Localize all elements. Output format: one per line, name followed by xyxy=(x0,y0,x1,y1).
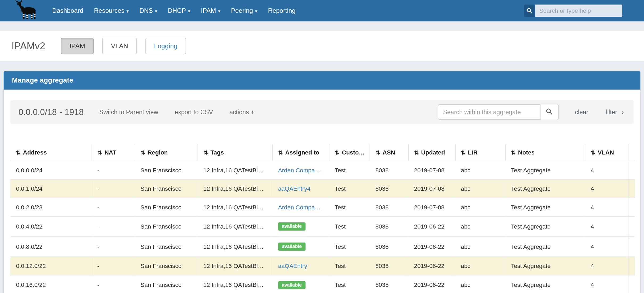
column-header-notes[interactable]: ⇅Notes xyxy=(505,144,585,161)
cell-asn: 8038 xyxy=(370,198,408,216)
cell-updated: 2019-07-08 xyxy=(408,161,455,179)
brand-logo[interactable] xyxy=(12,1,41,21)
availability-badge[interactable]: available xyxy=(278,242,306,251)
cell-nat: - xyxy=(92,237,135,257)
cell-notes: Test Aggregate xyxy=(505,161,585,179)
sort-icon: ⇅ xyxy=(461,150,465,156)
table-row: 0.0.8.0/22 - San Franscisco 12 Infra,16 … xyxy=(10,237,635,257)
table-row: 0.0.2.0/23 - San Franscisco 12 Infra,16 … xyxy=(10,198,635,216)
cell-vlan: 4 xyxy=(585,180,628,198)
cell-vlan: 4 xyxy=(585,217,628,237)
column-header-tags[interactable]: ⇅Tags xyxy=(197,144,272,161)
global-search-input[interactable] xyxy=(535,5,622,17)
assigned-to-value[interactable]: Arden Compa… xyxy=(278,167,321,174)
page-header: IPAMv2 IPAM VLAN Logging xyxy=(0,31,644,61)
nav-dashboard[interactable]: Dashboard xyxy=(52,7,83,14)
tab-ipam[interactable]: IPAM xyxy=(61,38,94,54)
column-header-assigned-to[interactable]: ⇅Assigned to xyxy=(272,144,329,161)
nav-peering[interactable]: Peering▾ xyxy=(231,7,257,14)
cell-asn: 8038 xyxy=(370,237,408,257)
tab-vlan[interactable]: VLAN xyxy=(102,38,137,54)
assigned-to-value[interactable]: aaQAEntry xyxy=(278,263,307,269)
cell-assigned-to: Arden Compa… xyxy=(272,161,329,179)
column-header-nat[interactable]: ⇅NAT xyxy=(92,144,135,161)
column-header-customer[interactable]: ⇅Custo… xyxy=(329,144,370,161)
availability-badge[interactable]: available xyxy=(278,281,306,289)
nav-dns[interactable]: DNS▾ xyxy=(139,7,157,14)
cell-region: San Franscisco xyxy=(135,161,197,179)
cell-region: San Franscisco xyxy=(135,275,197,293)
chevron-right-icon: › xyxy=(621,108,624,116)
nav-resources[interactable]: Resources▾ xyxy=(94,7,129,14)
nav-reporting[interactable]: Reporting xyxy=(268,7,296,14)
column-header-lir[interactable]: ⇅LIR xyxy=(455,144,505,161)
switch-parent-view-link[interactable]: Switch to Parent view xyxy=(99,108,158,115)
aggregate-search-button[interactable] xyxy=(540,104,559,120)
search-icon[interactable] xyxy=(524,5,535,17)
cell-customer: Test xyxy=(329,198,370,216)
cell-overflow xyxy=(628,180,635,198)
cell-customer: Test xyxy=(329,275,370,293)
cell-assigned-to: Arden Compa… xyxy=(272,198,329,216)
filter-button[interactable]: filter› xyxy=(605,108,624,116)
column-header-updated[interactable]: ⇅Updated xyxy=(408,144,455,161)
cell-tags: 12 Infra,16 QATestBl… xyxy=(197,257,272,275)
cell-customer: Test xyxy=(329,237,370,257)
caret-down-icon: ▾ xyxy=(218,9,220,14)
aggregate-search-input[interactable] xyxy=(438,104,540,120)
cell-nat: - xyxy=(92,275,135,293)
cell-notes: Test Aggregate xyxy=(505,217,585,237)
cell-lir: abc xyxy=(455,275,505,293)
cell-tags: 12 Infra,16 QATestBl… xyxy=(197,180,272,198)
cell-asn: 8038 xyxy=(370,180,408,198)
sort-icon: ⇅ xyxy=(591,150,595,156)
column-header-vlan[interactable]: ⇅VLAN xyxy=(585,144,628,161)
cell-nat: - xyxy=(92,161,135,179)
cell-tags: 12 Infra,16 QATestBl… xyxy=(197,275,272,293)
app-viewport: Dashboard Resources▾ DNS▾ DHCP▾ IPAM▾ Pe… xyxy=(0,0,644,293)
cell-assigned-to: available xyxy=(272,275,329,293)
nav-ipam[interactable]: IPAM▾ xyxy=(201,7,220,14)
cell-customer: Test xyxy=(329,217,370,237)
clear-button[interactable]: clear xyxy=(575,108,588,115)
nav-dhcp[interactable]: DHCP▾ xyxy=(168,7,190,14)
sort-icon: ⇅ xyxy=(16,150,20,156)
cell-region: San Franscisco xyxy=(135,198,197,216)
cell-region: San Franscisco xyxy=(135,180,197,198)
column-header-address[interactable]: ⇅Address xyxy=(10,144,92,161)
cell-assigned-to: aaQAEntry4 xyxy=(272,180,329,198)
cell-notes: Test Aggregate xyxy=(505,237,585,257)
cell-tags: 12 Infra,16 QATestBl… xyxy=(197,237,272,257)
column-header-asn[interactable]: ⇅ASN xyxy=(370,144,408,161)
panel-title: Manage aggregate xyxy=(4,71,640,89)
caret-down-icon: ▾ xyxy=(255,9,257,14)
cell-nat: - xyxy=(92,217,135,237)
assigned-to-value[interactable]: aaQAEntry4 xyxy=(278,185,311,192)
column-header-region[interactable]: ⇅Region xyxy=(135,144,197,161)
page-title: IPAMv2 xyxy=(11,40,45,51)
cell-vlan: 4 xyxy=(585,161,628,179)
search-icon xyxy=(546,108,553,116)
cell-customer: Test xyxy=(329,180,370,198)
cell-overflow xyxy=(628,237,635,257)
caret-down-icon: ▾ xyxy=(188,9,190,14)
cell-notes: Test Aggregate xyxy=(505,198,585,216)
tab-logging[interactable]: Logging xyxy=(145,38,186,54)
assigned-to-value[interactable]: Arden Compa… xyxy=(278,204,321,211)
availability-badge[interactable]: available xyxy=(278,222,306,231)
column-header-overflow xyxy=(628,144,635,161)
table-row: 0.0.1.0/24 - San Franscisco 12 Infra,16 … xyxy=(10,180,635,198)
cell-address: 0.0.12.0/22 xyxy=(10,257,92,275)
cell-overflow xyxy=(628,257,635,275)
sort-icon: ⇅ xyxy=(278,150,283,156)
actions-menu[interactable]: actions + xyxy=(229,108,254,115)
cell-updated: 2019-06-22 xyxy=(408,257,455,275)
table-row: 0.0.16.0/22 - San Franscisco 12 Infra,16… xyxy=(10,275,635,293)
cell-address: 0.0.16.0/22 xyxy=(10,275,92,293)
cell-assigned-to: available xyxy=(272,237,329,257)
sort-icon: ⇅ xyxy=(204,150,208,156)
cell-tags: 12 Infra,16 QATestBl… xyxy=(197,161,272,179)
cell-asn: 8038 xyxy=(370,275,408,293)
plus-icon: + xyxy=(251,108,254,115)
export-csv-link[interactable]: export to CSV xyxy=(175,108,213,115)
